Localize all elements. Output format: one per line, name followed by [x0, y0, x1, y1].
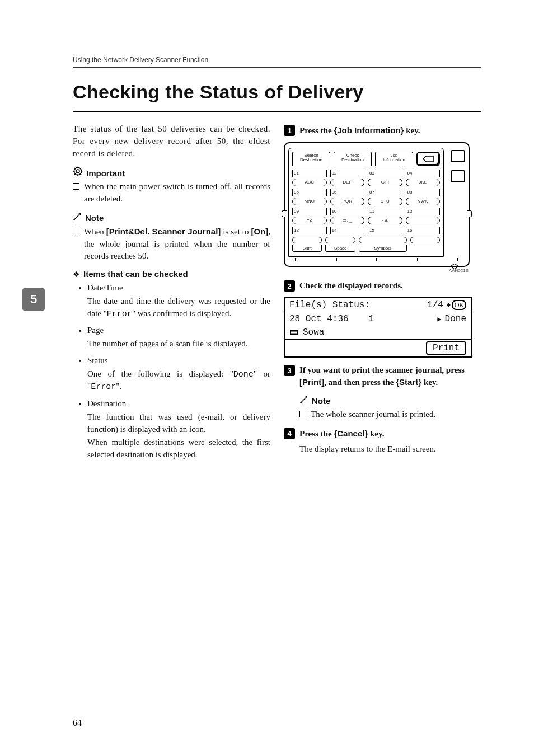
control-panel-illustration: Search Destination Check Destination Job… — [284, 142, 470, 273]
lcd-ok-indicator: ◆ OK — [447, 300, 466, 310]
key-blank[interactable] — [406, 217, 441, 224]
lcd-destination: Sowa — [303, 327, 324, 337]
panel-tab-check-destination[interactable]: Check Destination — [334, 152, 372, 166]
key-symbols[interactable]: Symbols — [359, 245, 407, 252]
bullet-destination: Destination The function that was used (… — [87, 398, 270, 461]
bullet-page: Page The number of pages of a scan file … — [87, 325, 270, 350]
step-1-number: 1 — [284, 125, 295, 136]
diamond-key-icon — [451, 261, 458, 267]
bullet-status: Status One of the following is displayed… — [87, 355, 270, 393]
lcd-status-display: File(s) Status: 1/4 ◆ OK 28 Oct 4:36 1 ▶ — [284, 297, 472, 358]
key-extra[interactable] — [410, 237, 440, 243]
key-shift-top[interactable] — [292, 237, 322, 243]
key-space-top[interactable] — [325, 237, 355, 243]
important-label: Important — [86, 168, 125, 178]
lcd-status-label: File(s) Status: — [289, 300, 370, 310]
step-3-number: 3 — [284, 365, 295, 376]
note-item: The whole scanner journal is printed. — [299, 408, 481, 421]
lcd-count: 1 — [369, 314, 374, 324]
chapter-side-tab: 5 — [22, 288, 45, 311]
right-column: 1 Press the {Job Information} key. Searc — [284, 118, 481, 466]
panel-tab-job-information[interactable]: Job Information — [375, 152, 413, 166]
left-column: The status of the last 50 deliveries can… — [73, 118, 270, 466]
key-03[interactable]: 03 — [368, 170, 402, 177]
important-item: When the main power switch is turned off… — [73, 181, 270, 205]
panel-tab-search-destination[interactable]: Search Destination — [292, 152, 330, 166]
step-4-number: 4 — [284, 428, 295, 439]
step-1: 1 Press the {Job Information} key. — [284, 124, 481, 137]
note-item: When [Print&Del. Scanner Journal] is set… — [73, 226, 270, 262]
note-icon — [299, 395, 308, 406]
svg-marker-10 — [451, 264, 458, 269]
key-def[interactable]: DEF — [330, 179, 365, 186]
key-07[interactable]: 07 — [368, 189, 402, 196]
key-vwx[interactable]: VWX — [406, 198, 441, 205]
page-number: 64 — [73, 718, 82, 728]
play-icon: ▶ — [437, 315, 441, 323]
note-label: Note — [312, 396, 330, 406]
lcd-date: 28 Oct 4:36 — [289, 314, 349, 324]
svg-rect-13 — [291, 332, 297, 334]
key-symbols-top[interactable] — [359, 237, 407, 243]
svg-rect-12 — [291, 331, 297, 332]
step-2-number: 2 — [284, 280, 295, 292]
key-jkl[interactable]: JKL — [406, 179, 441, 186]
key-06[interactable]: 06 — [330, 189, 365, 196]
panel-clear-button[interactable] — [416, 152, 440, 166]
destination-icon — [289, 327, 298, 337]
key-dash-amp[interactable]: - & — [368, 217, 402, 224]
key-08[interactable]: 08 — [406, 189, 441, 196]
key-stu[interactable]: STU — [368, 198, 402, 205]
note-label: Note — [85, 213, 104, 223]
key-11[interactable]: 11 — [368, 208, 402, 215]
step-4: 4 Press the {Cancel} key. — [284, 428, 481, 440]
lcd-print-button[interactable]: Print — [426, 341, 466, 355]
page-title: Checking the Status of Delivery — [73, 81, 481, 112]
key-ghi[interactable]: GHI — [368, 179, 402, 186]
intro-paragraph: The status of the last 50 deliveries can… — [73, 123, 270, 159]
key-05[interactable]: 05 — [292, 189, 327, 196]
lcd-page-indicator: 1/4 — [427, 300, 443, 310]
figure-code: AAH021S — [284, 267, 470, 273]
key-02[interactable]: 02 — [330, 170, 365, 177]
items-heading: Items that can be checked — [83, 269, 188, 279]
key-15[interactable]: 15 — [368, 227, 402, 234]
key-pqr[interactable]: PQR — [330, 198, 365, 205]
key-mno[interactable]: MNO — [292, 198, 327, 205]
key-01[interactable]: 01 — [292, 170, 327, 177]
step-3: 3 If you want to print the scanner journ… — [284, 364, 481, 388]
key-at[interactable]: @. _ — [330, 217, 365, 224]
key-yz[interactable]: YZ — [292, 217, 327, 224]
important-icon — [73, 166, 83, 179]
key-10[interactable]: 10 — [330, 208, 365, 215]
key-abc[interactable]: ABC — [292, 179, 327, 186]
running-head: Using the Network Delivery Scanner Funct… — [73, 56, 481, 68]
key-space[interactable]: Space — [325, 245, 355, 252]
diamond-icon: ❖ — [73, 271, 80, 279]
hard-button-mid[interactable] — [451, 170, 465, 182]
step-2: 2 Check the displayed records. — [284, 280, 481, 292]
note-icon — [73, 212, 82, 223]
hard-button-top[interactable] — [451, 150, 465, 162]
step-4-body: The display returns to the E-mail screen… — [299, 443, 481, 456]
lcd-done: Done — [445, 314, 466, 324]
svg-point-1 — [76, 170, 79, 173]
bullet-date-time: Date/Time The date and time the delivery… — [87, 282, 270, 320]
key-13[interactable]: 13 — [292, 227, 327, 234]
key-09[interactable]: 09 — [292, 208, 327, 215]
key-04[interactable]: 04 — [406, 170, 441, 177]
key-14[interactable]: 14 — [330, 227, 365, 234]
key-16[interactable]: 16 — [406, 227, 441, 234]
key-12[interactable]: 12 — [406, 208, 441, 215]
key-shift[interactable]: Shift — [292, 245, 322, 252]
